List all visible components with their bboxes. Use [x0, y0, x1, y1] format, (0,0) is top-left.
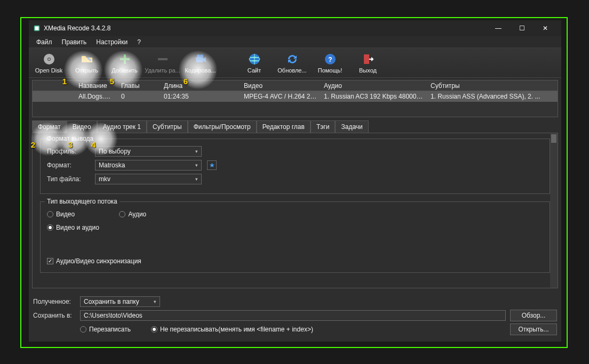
cell-audio: 1. Russian AC3 192 Kbps 48000 Hz ... — [321, 92, 427, 101]
tab-audio1[interactable]: Аудио трек 1 — [97, 120, 147, 133]
open-disk-button[interactable]: Open Disk — [30, 49, 68, 77]
update-label: Обновле... — [277, 67, 306, 74]
filetype-select[interactable]: mkv▾ — [95, 174, 202, 184]
tab-content: Формат вывода Профиль: По выбору▾ Формат… — [32, 133, 558, 288]
stream-type-group: Тип выходящего потока Видео Аудио Видео … — [40, 201, 550, 273]
delete-label: Удалить ра... — [145, 67, 180, 74]
tabs: Формат Видео Аудио трек 1 Субтитры Фильт… — [32, 120, 558, 133]
menu-help[interactable]: ? — [133, 37, 145, 47]
col-chapters[interactable]: Главы — [118, 81, 161, 91]
badge-1: 1 — [59, 76, 70, 86]
radio-overwrite[interactable]: Перезаписать — [80, 326, 131, 333]
tab-subtitles[interactable]: Субтитры — [147, 120, 188, 133]
open-folder-button[interactable]: Открыть... — [510, 323, 557, 335]
cell-subs: 1. Russian ASS (Advanced SSA), 2. ... — [427, 92, 558, 101]
open-label: Открыть — [75, 67, 98, 74]
refresh-icon — [285, 52, 299, 66]
radio-audio[interactable]: Аудио — [119, 211, 146, 218]
favorite-button[interactable]: ★ — [207, 160, 217, 170]
received-label: Полученное: — [33, 298, 76, 305]
badge-2: 2 — [28, 139, 38, 150]
maximize-button[interactable]: ☐ — [510, 20, 534, 36]
profile-select[interactable]: По выбору▾ — [95, 146, 202, 157]
titlebar: XMedia Recode 3.4.2.8 — ☐ ✕ — [29, 20, 561, 36]
radio-both[interactable]: Видео и аудио — [47, 224, 99, 231]
menu-edit[interactable]: Править — [58, 37, 91, 47]
encode-label: Кодирова... — [185, 67, 216, 74]
content-scrollbar[interactable] — [550, 133, 558, 288]
tab-video[interactable]: Видео — [67, 120, 97, 133]
site-button[interactable]: Сайт — [235, 49, 273, 77]
folder-open-icon — [80, 52, 94, 66]
filetype-label: Тип файла: — [47, 175, 90, 183]
tab-filters[interactable]: Фильтры/Просмотр — [188, 120, 257, 133]
svg-rect-7 — [158, 58, 168, 60]
close-button[interactable]: ✕ — [534, 20, 557, 36]
open-disk-label: Open Disk — [35, 67, 62, 74]
saveto-label: Сохранить в: — [33, 312, 76, 319]
cell-chapters: 0 — [118, 92, 161, 101]
menu-settings[interactable]: Настройки — [92, 37, 132, 47]
svg-text:?: ? — [328, 56, 332, 63]
saveto-field[interactable]: C:\Users\toto\Videos — [80, 310, 506, 321]
minus-icon — [156, 52, 170, 66]
site-label: Сайт — [248, 67, 261, 74]
radio-no-overwrite[interactable]: Не перезаписывать(менять имя <filename +… — [151, 326, 313, 333]
tab-format[interactable]: Формат — [32, 120, 67, 133]
received-select[interactable]: Сохранить в папку▾ — [80, 296, 160, 307]
encode-button[interactable]: Кодирова... — [181, 49, 219, 77]
tab-tasks[interactable]: Задачи — [335, 120, 368, 133]
svg-point-9 — [197, 54, 200, 58]
col-length[interactable]: Длина — [161, 81, 241, 91]
tab-chapters[interactable]: Редактор глав — [257, 120, 311, 133]
exit-icon — [361, 52, 375, 66]
format-label: Формат: — [47, 161, 90, 169]
add-button[interactable]: Добавить — [106, 49, 144, 77]
menu-file[interactable]: Файл — [32, 37, 57, 47]
globe-icon — [248, 52, 261, 66]
file-row[interactable]: All.Dogs.Go... 0 01:24:35 MPEG-4 AVC / H… — [33, 91, 558, 102]
svg-point-4 — [48, 58, 49, 59]
help-icon: ? — [323, 52, 337, 66]
help-button[interactable]: ? Помощь! — [311, 49, 349, 77]
minimize-button[interactable]: — — [487, 20, 510, 36]
sync-checkbox[interactable]: ✓Аудио/Видео синхронизация — [47, 257, 141, 265]
col-subs[interactable]: Субтитры — [427, 81, 558, 91]
app-icon — [33, 25, 41, 32]
footer: Полученное: Сохранить в папку▾ Сохранить… — [29, 292, 561, 342]
plus-icon — [118, 52, 132, 66]
star-icon: ★ — [209, 161, 215, 169]
col-video[interactable]: Видео — [241, 81, 321, 91]
stream-type-title: Тип выходящего потока — [45, 198, 120, 205]
cell-drag — [33, 95, 75, 98]
open-button[interactable]: Открыть — [68, 49, 106, 77]
tab-tags[interactable]: Тэги — [311, 120, 336, 133]
exit-button[interactable]: Выход — [349, 49, 387, 77]
disc-icon — [42, 52, 56, 66]
cell-video: MPEG-4 AVC / H.264 23.9... — [241, 92, 321, 101]
svg-rect-15 — [364, 54, 369, 64]
add-label: Добавить — [112, 67, 138, 74]
svg-rect-6 — [120, 58, 130, 60]
svg-rect-8 — [196, 57, 203, 62]
exit-label: Выход — [359, 67, 377, 74]
output-format-group: Формат вывода Профиль: По выбору▾ Формат… — [40, 139, 550, 194]
delete-button[interactable]: Удалить ра... — [144, 49, 181, 77]
format-select[interactable]: Matroska▾ — [95, 160, 202, 171]
browse-button[interactable]: Обзор... — [510, 310, 557, 321]
update-button[interactable]: Обновле... — [273, 49, 311, 77]
col-audio[interactable]: Аудио — [321, 81, 427, 91]
menubar: Файл Править Настройки ? — [29, 36, 561, 48]
cell-name: All.Dogs.Go... — [75, 92, 118, 101]
toolbar: Open Disk Открыть Добавить Удалить ра...… — [29, 48, 561, 78]
svg-rect-1 — [35, 27, 39, 30]
badge-6: 6 — [180, 76, 191, 86]
app-window: XMedia Recode 3.4.2.8 — ☐ ✕ Файл Править… — [29, 20, 561, 342]
help-label: Помощь! — [318, 67, 343, 74]
window-title: XMedia Recode 3.4.2.8 — [44, 25, 487, 32]
badge-4: 4 — [88, 139, 99, 150]
svg-point-10 — [200, 54, 203, 58]
badge-3: 3 — [65, 139, 76, 150]
camera-icon — [194, 52, 208, 66]
radio-video[interactable]: Видео — [47, 211, 75, 218]
